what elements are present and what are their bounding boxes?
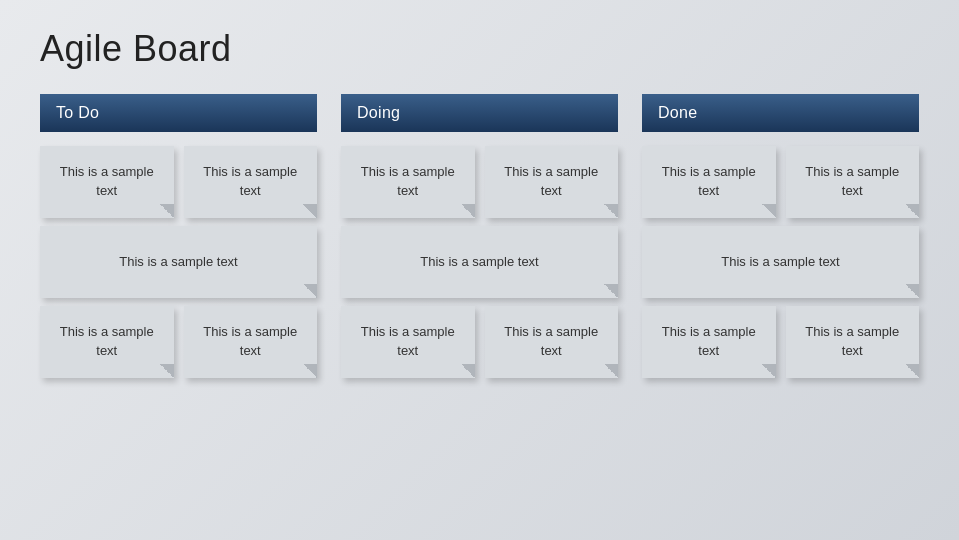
column-doing: DoingThis is a sample textThis is a samp…	[341, 94, 618, 520]
card-doing-1-0[interactable]: This is a sample text	[341, 226, 618, 298]
card-doing-0-1[interactable]: This is a sample text	[485, 146, 619, 218]
card-doing-2-0[interactable]: This is a sample text	[341, 306, 475, 378]
card-row-todo-2: This is a sample textThis is a sample te…	[40, 306, 317, 378]
card-row-todo-1: This is a sample text	[40, 226, 317, 298]
card-row-doing-2: This is a sample textThis is a sample te…	[341, 306, 618, 378]
card-row-done-2: This is a sample textThis is a sample te…	[642, 306, 919, 378]
card-row-todo-0: This is a sample textThis is a sample te…	[40, 146, 317, 218]
column-done: DoneThis is a sample textThis is a sampl…	[642, 94, 919, 520]
card-done-2-1[interactable]: This is a sample text	[786, 306, 920, 378]
card-todo-1-0[interactable]: This is a sample text	[40, 226, 317, 298]
card-todo-0-1[interactable]: This is a sample text	[184, 146, 318, 218]
cards-area-todo: This is a sample textThis is a sample te…	[40, 146, 317, 520]
card-row-doing-0: This is a sample textThis is a sample te…	[341, 146, 618, 218]
card-done-0-1[interactable]: This is a sample text	[786, 146, 920, 218]
column-header-doing: Doing	[341, 94, 618, 132]
card-doing-0-0[interactable]: This is a sample text	[341, 146, 475, 218]
card-row-doing-1: This is a sample text	[341, 226, 618, 298]
card-row-done-0: This is a sample textThis is a sample te…	[642, 146, 919, 218]
page-title: Agile Board	[40, 28, 919, 70]
cards-area-done: This is a sample textThis is a sample te…	[642, 146, 919, 520]
column-todo: To DoThis is a sample textThis is a samp…	[40, 94, 317, 520]
cards-area-doing: This is a sample textThis is a sample te…	[341, 146, 618, 520]
column-header-done: Done	[642, 94, 919, 132]
card-row-done-1: This is a sample text	[642, 226, 919, 298]
card-done-0-0[interactable]: This is a sample text	[642, 146, 776, 218]
card-done-2-0[interactable]: This is a sample text	[642, 306, 776, 378]
agile-board: To DoThis is a sample textThis is a samp…	[40, 94, 919, 520]
column-header-todo: To Do	[40, 94, 317, 132]
card-done-1-0[interactable]: This is a sample text	[642, 226, 919, 298]
card-todo-0-0[interactable]: This is a sample text	[40, 146, 174, 218]
card-doing-2-1[interactable]: This is a sample text	[485, 306, 619, 378]
card-todo-2-0[interactable]: This is a sample text	[40, 306, 174, 378]
card-todo-2-1[interactable]: This is a sample text	[184, 306, 318, 378]
